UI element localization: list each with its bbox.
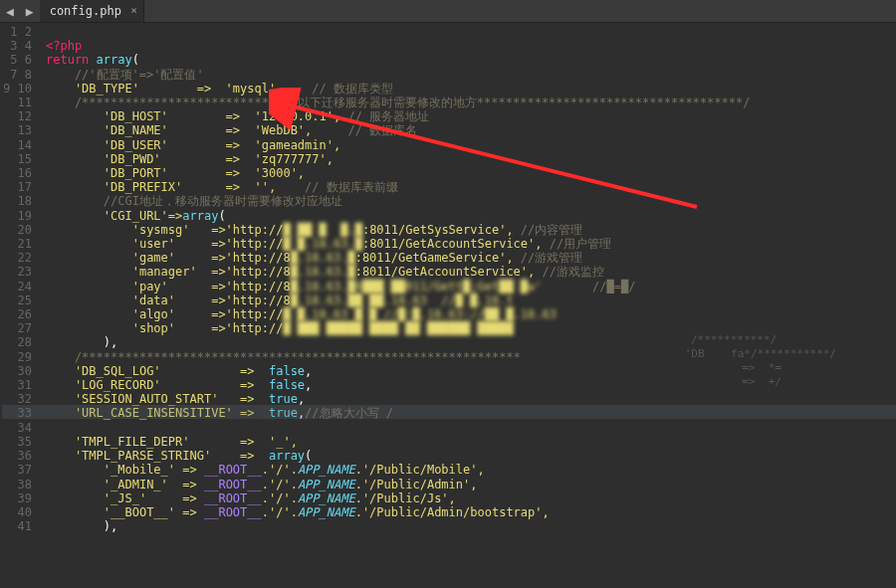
code-line: <?php [46, 39, 82, 53]
current-line-highlight [2, 405, 896, 419]
code-line: 'DB_HOST' => '127.0.0.1', // 服务器地址 [46, 109, 429, 123]
ghost-text: => +/ [742, 375, 782, 389]
ghost-text: /***********/ [691, 333, 777, 347]
code-line: //'配置项'=>'配置值' [46, 68, 204, 82]
code-line: /******************************以下迁移服务器时需… [46, 96, 750, 109]
code-line: 'DB_TYPE' => 'mysql', // 数据库类型 [46, 82, 393, 96]
code-line: '__BOOT__' => __ROOT__.'/'.APP_NAME.'/Pu… [46, 505, 550, 519]
code-line: '_JS_' => __ROOT__.'/'.APP_NAME.'/Public… [46, 491, 456, 505]
code-line: ), [46, 335, 117, 349]
editor: 1 2 3 4 5 6 7 8 9 10 11 12 13 14 15 16 1… [0, 23, 896, 588]
code-line: /***************************************… [46, 350, 521, 364]
code-line: 'DB_NAME' => 'WebDB', // 数据库名 [46, 123, 417, 137]
code-line: return array( [46, 53, 139, 67]
ghost-text: 'DB fa*/***********/ [685, 347, 836, 361]
tab-config-php[interactable]: config.php × [40, 0, 144, 22]
code-line: 'algo' =>'http://█ █.18.63 █ █ //█:█.18.… [46, 307, 557, 321]
code-line: 'game' =>'http://8█.18.63.█:8011/GetGame… [46, 251, 582, 265]
code-line: 'DB_PWD' => 'zq777777', [46, 152, 334, 166]
nav-back-icon[interactable]: ◀ [0, 4, 20, 19]
code-line: 'CGI_URL'=>array( [46, 209, 226, 223]
code-line: 'pay' =>'http://8█.18.63.█8███ ██011/Get… [46, 280, 635, 294]
code-line: 'data' =>'http://8█.18.63.██ ██.18.63 //… [46, 294, 514, 307]
code-line: 'LOG_RECORD' => false, [46, 378, 312, 392]
code-line: ), [46, 519, 117, 533]
code-area[interactable]: <?php return array( //'配置项'=>'配置值' 'DB_T… [40, 23, 896, 588]
titlebar: ◀ ▶ config.php × [0, 0, 896, 23]
ghost-text: => *= [742, 361, 782, 375]
code-line: '_ADMIN_' => __ROOT__.'/'.APP_NAME.'/Pub… [46, 478, 478, 491]
code-line: //CGI地址，移动服务器时需要修改对应地址 [46, 194, 342, 208]
line-gutter: 1 2 3 4 5 6 7 8 9 10 11 12 13 14 15 16 1… [0, 23, 40, 588]
code-line: 'DB_PORT' => '3000', [46, 166, 305, 180]
code-line: 'DB_PREFIX' => '', // 数据库表前缀 [46, 180, 398, 194]
code-line: 'TMPL_PARSE_STRING' => array( [46, 449, 312, 463]
code-line: '_Mobile_' => __ROOT__.'/'.APP_NAME.'/Pu… [46, 463, 485, 477]
nav-forward-icon[interactable]: ▶ [20, 4, 40, 19]
code-line: 'user' =>'http://█ █.18.63.█:8011/GetAcc… [46, 237, 611, 251]
code-line: 'TMPL_FILE_DEPR' => '_', [46, 435, 298, 449]
close-icon[interactable]: × [130, 3, 137, 19]
code-line: 'DB_USER' => 'gameadmin', [46, 138, 340, 152]
code-line: 'DB_SQL_LOG' => false, [46, 364, 312, 378]
code-line: 'manager' =>'http://8█.18.63.█:8011/GetA… [46, 265, 604, 279]
tab-filename: config.php [50, 4, 121, 18]
code-line: 'shop' =>'http://█ ███ █████ ████ ██ ███… [46, 321, 514, 335]
code-line: 'sysmsg' =>'http://█ ██ █ █.█:8011/GetSy… [46, 223, 582, 237]
